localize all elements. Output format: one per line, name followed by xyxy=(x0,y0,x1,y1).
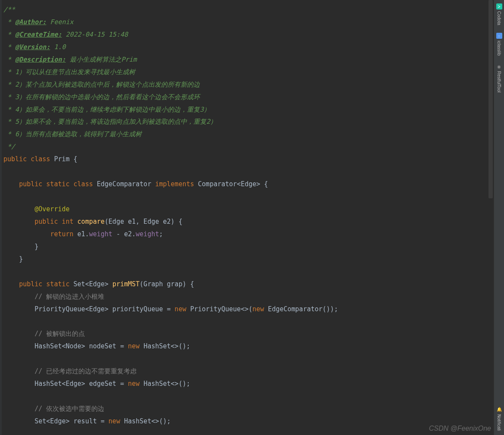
keyword-new: new xyxy=(252,305,268,313)
ctor-hashset: HashSet<>(); xyxy=(124,417,171,425)
tool-sidebar: > Codota :: iclasslib ◉ RestfulTool 🔔 No… xyxy=(494,0,504,435)
comment-unlocked-nodes: // 被解锁出的点 xyxy=(34,330,85,338)
class-name-edgecomparator: EdgeComparator xyxy=(97,180,155,188)
code-editor[interactable]: /** * @Author: Feenix * @CreateTime: 202… xyxy=(0,0,494,435)
keyword-new: new xyxy=(109,417,124,425)
ctor-edgecomparator: EdgeComparator()); xyxy=(268,305,338,313)
keyword-public-int: public int xyxy=(34,218,77,225)
sidebar-label-restfultool: RestfulTool xyxy=(497,71,501,92)
sidebar-item-notifications[interactable]: 🔔 Notificati xyxy=(496,405,502,432)
brace-close: } xyxy=(19,255,23,263)
comment-considered-edges: // 已经考虑过的边不需要重复考虑 xyxy=(34,367,137,375)
ctor-hashset: HashSet<>(); xyxy=(143,342,190,350)
keyword-implements: implements xyxy=(155,180,198,188)
doc-version-value: 1.0 xyxy=(50,43,65,51)
field-weight-1: weight xyxy=(89,230,112,238)
doc-step-6: * 6）当所有点都被选取，就得到了最小生成树 xyxy=(3,130,142,138)
method-primmst: primMST xyxy=(112,280,140,288)
gutter xyxy=(0,0,2,435)
doc-tag-author: @Author: xyxy=(15,18,46,26)
bell-icon: 🔔 xyxy=(496,407,502,413)
sidebar-label-notifications: Notificati xyxy=(497,414,501,431)
class-name-prim: Prim { xyxy=(54,155,77,163)
comment-selected-edges: // 依次被选中需要的边 xyxy=(34,405,104,413)
sidebar-item-codota[interactable]: > Codota xyxy=(496,2,502,27)
field-weight-2: weight xyxy=(136,230,159,238)
doc-step-2: * 2）某个点加入到被选取的点中后，解锁这个点出发的所有新的边 xyxy=(3,81,200,88)
doc-step-4: * 4）如果会，不要当前边，继续考虑剩下解锁边中最小的边，重复3） xyxy=(3,106,210,113)
doc-tag-description: @Description: xyxy=(15,56,65,63)
sidebar-item-restfultool[interactable]: ◉ RestfulTool xyxy=(496,62,502,94)
annotation-override: @Override xyxy=(34,205,69,213)
keyword-new: new xyxy=(128,342,143,350)
semicolon: ; xyxy=(159,230,163,238)
primmst-params: (Graph grap) { xyxy=(140,280,194,288)
decl-result: Set<Edge> result = xyxy=(34,417,109,425)
type-comparator: Comparator<Edge> { xyxy=(198,180,268,188)
watermark: CSDN @FeenixOne xyxy=(429,425,491,432)
ctor-hashset: HashSet<>(); xyxy=(143,380,190,388)
decl-nodeset: HashSet<Node> nodeSet = xyxy=(34,342,128,350)
doc-tag-version: @Version: xyxy=(15,43,50,51)
sidebar-label-codota: Codota xyxy=(497,11,501,25)
keyword-new: new xyxy=(128,380,143,388)
brace-close: } xyxy=(34,243,38,250)
keyword-return: return xyxy=(50,230,77,238)
code-content: /** * @Author: Feenix * @CreateTime: 202… xyxy=(3,3,494,428)
return-type-set-edge: Set<Edge> xyxy=(74,280,112,288)
doc-createtime-value: 2022-04-15 15:48 xyxy=(62,31,128,38)
doc-tag-createtime: @CreateTime: xyxy=(15,31,62,38)
doc-step-3: * 3）在所有解锁的边中选最小的边，然后看看这个边会不会形成环 xyxy=(3,93,200,101)
keyword-public-static: public static xyxy=(19,280,73,288)
compare-params: (Edge e1, Edge e2) { xyxy=(105,218,183,225)
doc-author-value: Feenix xyxy=(46,18,73,26)
doc-description-value: 最小生成树算法之Prim xyxy=(66,56,137,63)
doc-step-5: * 5）如果不会，要当前边，将该边指向点加入到被选取的点中，重复2） xyxy=(3,118,217,125)
scrollbar[interactable] xyxy=(488,0,493,198)
keyword-public-class: public class xyxy=(3,155,54,163)
keyword-inner-class: public static class xyxy=(19,180,97,188)
codota-icon: > xyxy=(496,3,502,9)
expr-e1: e1. xyxy=(78,230,89,238)
sidebar-item-iclasslib[interactable]: :: iclasslib xyxy=(496,31,502,57)
expr-minus-e2: - e2. xyxy=(112,230,136,238)
comment-unlock-heap: // 解锁的边进入小根堆 xyxy=(34,293,104,300)
restful-icon: ◉ xyxy=(496,63,502,69)
decl-edgeset: HashSet<Edge> edgeSet = xyxy=(34,380,128,388)
ctor-priorityqueue: PriorityQueue<>( xyxy=(190,305,252,313)
method-compare: compare xyxy=(78,218,105,225)
sidebar-label-iclasslib: iclasslib xyxy=(497,41,501,56)
decl-priorityqueue: PriorityQueue<Edge> priorityQueue = xyxy=(34,305,174,313)
doc-step-1: * 1）可以从任意节点出发来寻找最小生成树 xyxy=(3,68,135,76)
keyword-new: new xyxy=(174,305,190,313)
iclasslib-icon: :: xyxy=(496,33,502,39)
